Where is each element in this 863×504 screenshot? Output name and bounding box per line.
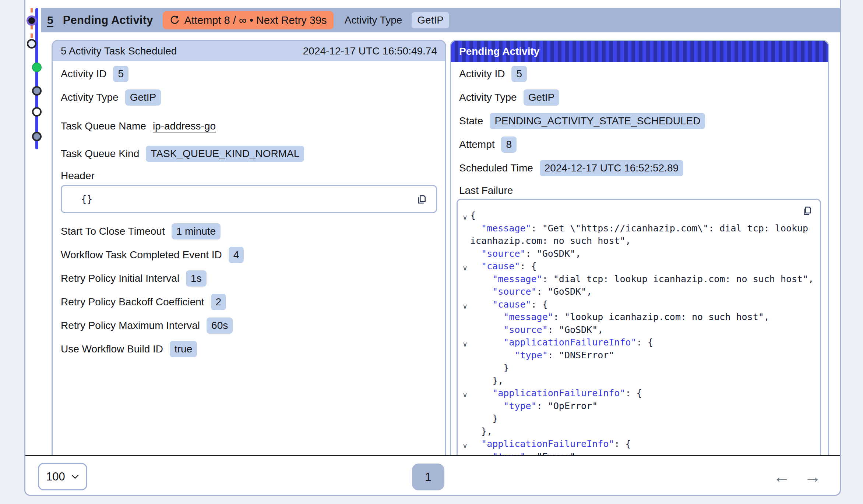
timeline-node-green: [32, 63, 42, 72]
detail-row-value-badge: 2024-12-17 UTC 16:52:52.89: [540, 160, 683, 176]
json-line: "source": "GoSDK",: [460, 324, 815, 337]
json-line-text: {: [470, 209, 476, 222]
json-collapse-chevron-icon[interactable]: ∨: [460, 440, 470, 452]
json-line: ∨ "cause": {: [460, 298, 815, 311]
pending-activity-title: Pending Activity: [459, 46, 539, 57]
json-line-text: }: [470, 362, 509, 375]
activity-type-badge: GetIP: [412, 12, 449, 28]
detail-row: Attempt8: [459, 136, 517, 153]
json-line-text: "type": "OpError": [470, 400, 598, 413]
detail-row-value-badge: PENDING_ACTIVITY_STATE_SCHEDULED: [490, 113, 705, 129]
json-key: "type": [514, 350, 547, 361]
detail-row: Activity TypeGetIP: [61, 89, 161, 106]
json-line: "type": "OpError": [460, 400, 815, 413]
json-key: "applicationFailureInfo": [503, 337, 636, 348]
detail-row-value-badge: true: [170, 341, 197, 357]
detail-row-value-badge: 60s: [207, 317, 233, 334]
timeline-node-gray-1: [32, 86, 42, 96]
json-key: "source": [481, 248, 525, 259]
json-collapse-chevron-icon[interactable]: ∨: [460, 211, 470, 224]
json-line-text: "source": "GoSDK",: [470, 324, 603, 337]
json-line-text: "message": "lookup icanhazip.com: no suc…: [470, 311, 769, 324]
copy-header-payload-button[interactable]: [415, 194, 427, 205]
retry-status-badge: Attempt 8 / ∞ • Next Retry 39s: [163, 11, 334, 29]
json-collapse-chevron-icon[interactable]: ∨: [460, 338, 470, 351]
detail-row: Activity ID5: [459, 65, 527, 83]
header-section-label: Header: [61, 167, 95, 185]
detail-row-value-badge: 1 minute: [172, 223, 221, 239]
json-key: "type": [503, 401, 536, 411]
detail-row-label: Activity Type: [61, 92, 119, 103]
json-key: "cause": [492, 299, 531, 310]
json-line: },: [460, 375, 815, 387]
detail-row-label: Attempt: [459, 139, 494, 150]
detail-row: Retry Policy Initial Interval1s: [61, 270, 207, 287]
last-failure-label: Last Failure: [459, 182, 513, 199]
activity-type-label: Activity Type: [345, 14, 402, 26]
json-line-text: },: [470, 375, 503, 387]
event-detail-panel-header: 5 Activity Task Scheduled 2024-12-17 UTC…: [53, 41, 445, 61]
detail-row: Use Workflow Build IDtrue: [61, 340, 197, 358]
json-line-text: "source": "GoSDK",: [470, 248, 581, 260]
header-payload-box: {}: [61, 185, 437, 213]
json-key: "message": [492, 274, 542, 284]
detail-row-label: State: [459, 115, 483, 127]
detail-row: Start To Close Timeout1 minute: [61, 223, 221, 240]
next-page-arrow[interactable]: →: [800, 466, 825, 488]
detail-row: Task Queue Nameip-address-go: [61, 117, 216, 135]
json-collapse-chevron-icon[interactable]: ∨: [460, 300, 470, 313]
json-key: "applicationFailureInfo": [492, 388, 625, 398]
retry-icon: [169, 15, 180, 25]
timeline-node-gray-2: [32, 132, 42, 141]
event-detail-title: 5 Activity Task Scheduled: [61, 45, 177, 57]
json-line-text: "message": "dial tcp: lookup icanhazip.c…: [470, 273, 814, 286]
json-key: "source": [492, 286, 536, 297]
detail-row-value-badge: 5: [511, 66, 527, 82]
json-line: ∨ "applicationFailureInfo": {: [460, 387, 815, 400]
detail-row-value-badge: GetIP: [125, 89, 161, 106]
detail-row-label: Retry Policy Maximum Interval: [61, 320, 200, 331]
json-line-text: "source": "GoSDK",: [470, 285, 592, 298]
json-line: "message": "Get \"https://icanhazip.com\…: [460, 222, 815, 235]
detail-row-label: Retry Policy Backoff Coefficient: [61, 296, 204, 308]
event-detail-timestamp: 2024-12-17 UTC 16:50:49.74: [303, 45, 437, 57]
copy-last-failure-button[interactable]: [801, 205, 813, 217]
json-line-text: "message": "Get \"https://icanhazip.com\…: [470, 222, 808, 235]
json-key: "source": [503, 324, 547, 335]
detail-row-label: Activity Type: [459, 92, 517, 103]
json-key: "applicationFailureInfo": [481, 439, 614, 449]
json-line: ∨ "applicationFailureInfo": {: [460, 336, 815, 349]
timeline-node-open-1: [27, 39, 36, 49]
copy-icon: [801, 212, 813, 218]
json-collapse-chevron-icon[interactable]: ∨: [460, 262, 470, 275]
header-payload-value: {}: [81, 194, 92, 205]
detail-row-value-badge: 1s: [186, 270, 207, 287]
json-line-text: "cause": {: [470, 260, 537, 273]
detail-row-value-badge: TASK_QUEUE_KIND_NORMAL: [146, 146, 304, 162]
copy-icon: [415, 201, 427, 206]
detail-row-label: Start To Close Timeout: [61, 226, 165, 237]
chevron-down-icon: [71, 474, 79, 479]
table-bottom-divider: [25, 455, 840, 456]
json-line: }: [460, 412, 815, 425]
event-row-header[interactable]: 5 Pending Activity Attempt 8 / ∞ • Next …: [41, 8, 840, 32]
last-failure-json-box: ∨{ "message": "Get \"https://icanhazip.c…: [457, 199, 821, 455]
detail-row-label: Activity ID: [61, 68, 106, 80]
json-collapse-chevron-icon[interactable]: ∨: [460, 389, 470, 402]
previous-page-arrow[interactable]: ←: [769, 466, 795, 488]
timeline-node-pending-selected: [27, 15, 37, 26]
detail-row-label: Scheduled Time: [459, 162, 533, 174]
page-size-value: 100: [46, 470, 65, 483]
task-queue-link[interactable]: ip-address-go: [153, 120, 216, 132]
detail-row-label: Task Queue Kind: [61, 148, 139, 160]
json-line: }: [460, 362, 815, 375]
event-id-link[interactable]: 5: [47, 14, 53, 26]
detail-row-label: Task Queue Name: [61, 120, 146, 132]
page-number-button[interactable]: 1: [412, 464, 444, 490]
json-line: "type": "DNSError": [460, 349, 815, 362]
page-size-select[interactable]: 100: [38, 463, 87, 490]
json-key: "type": [492, 451, 525, 455]
detail-row: Task Queue KindTASK_QUEUE_KIND_NORMAL: [61, 145, 304, 163]
json-line-text: "applicationFailureInfo": {: [470, 336, 653, 349]
detail-row-value-badge: GetIP: [524, 89, 560, 106]
